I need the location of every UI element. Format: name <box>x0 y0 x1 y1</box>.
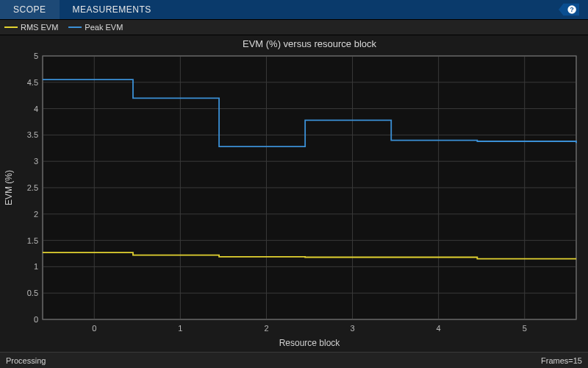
svg-text:4.5: 4.5 <box>27 78 38 87</box>
svg-text:1.5: 1.5 <box>27 236 38 245</box>
menu-label: MEASUREMENTS <box>73 4 151 15</box>
svg-text:1: 1 <box>34 262 38 271</box>
svg-text:0.5: 0.5 <box>27 289 38 297</box>
plot-zone: 00.511.522.533.544.55012345EVM (%) versu… <box>0 35 588 352</box>
menu-measurements[interactable]: MEASUREMENTS <box>60 0 165 19</box>
svg-text:3.5: 3.5 <box>27 130 38 139</box>
legend-item-peak: Peak EVM <box>68 23 123 32</box>
svg-text:3: 3 <box>34 157 38 166</box>
svg-text:0: 0 <box>34 315 38 324</box>
plot-svg: 00.511.522.533.544.55012345EVM (%) versu… <box>0 35 588 352</box>
svg-text:5: 5 <box>34 52 38 60</box>
help-button[interactable]: ? <box>559 2 584 17</box>
svg-text:Resource block: Resource block <box>279 338 341 348</box>
help-icon: ? <box>559 2 579 17</box>
legend-swatch <box>4 26 18 28</box>
status-bar: Processing Frames=15 <box>0 352 588 368</box>
svg-text:4: 4 <box>437 324 441 333</box>
app-root: SCOPE MEASUREMENTS ? RMS EVM Peak EVM 00… <box>0 0 588 368</box>
svg-text:EVM (%): EVM (%) <box>4 170 14 205</box>
svg-text:3: 3 <box>350 324 354 333</box>
status-right: Frames=15 <box>541 356 582 365</box>
svg-text:4: 4 <box>34 105 38 113</box>
svg-text:2: 2 <box>264 324 268 333</box>
menu-scope[interactable]: SCOPE <box>0 0 60 19</box>
legend-item-rms: RMS EVM <box>4 23 58 32</box>
svg-text:1: 1 <box>178 324 182 333</box>
menu-label: SCOPE <box>13 4 46 15</box>
svg-text:0: 0 <box>92 324 96 333</box>
legend-label: RMS EVM <box>21 23 58 32</box>
top-menu-bar: SCOPE MEASUREMENTS ? <box>0 0 588 19</box>
legend-label: Peak EVM <box>85 23 123 32</box>
svg-text:2.5: 2.5 <box>27 183 38 192</box>
svg-text:?: ? <box>570 6 574 13</box>
legend-swatch <box>68 26 82 28</box>
legend-bar: RMS EVM Peak EVM <box>0 19 588 35</box>
svg-text:5: 5 <box>523 324 527 333</box>
svg-text:EVM (%) versus resource block: EVM (%) versus resource block <box>243 38 377 49</box>
svg-text:2: 2 <box>34 210 38 219</box>
status-left: Processing <box>6 356 46 365</box>
